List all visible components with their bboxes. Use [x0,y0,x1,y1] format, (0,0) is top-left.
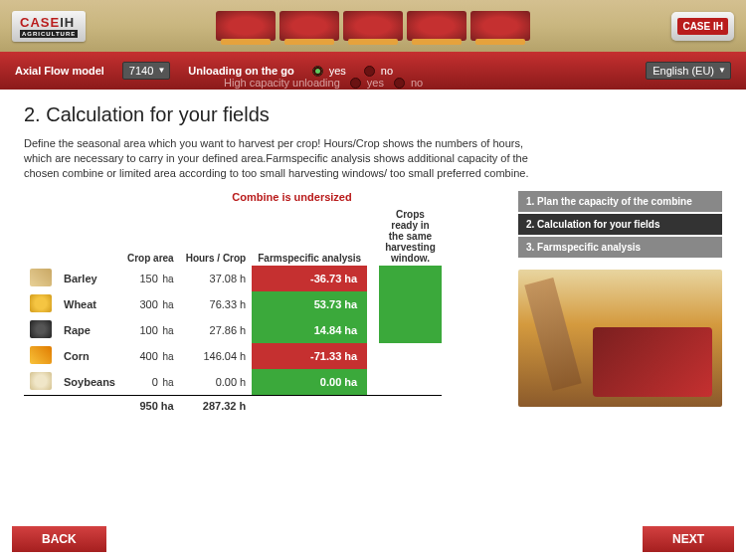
combine-photo [518,270,722,407]
crop-analysis: 0.00 ha [252,369,367,396]
radio-no-label: no [411,77,423,89]
harvest-window-cell [379,369,442,396]
nav-step[interactable]: 2. Calculation for your fields [518,214,722,235]
crop-icon [30,320,52,338]
crop-name: Corn [58,343,121,369]
crop-hours: 27.86 h [180,317,253,343]
table-row: Soybeans0 ha0.00 h0.00 ha [24,369,442,396]
crop-icon [30,294,52,312]
total-hours: 287.32 h [180,395,253,415]
crop-table: Crop area Hours / Crop Farmspecific anal… [24,207,442,415]
content-area: 2. Calculation for your fields Define th… [0,90,746,415]
table-row: Rape100 ha27.86 h14.84 ha [24,317,442,343]
brand-suffix: IH [60,15,75,30]
combine-icon [216,11,276,41]
harvest-window-cell [379,291,442,317]
harvest-window-cell [379,343,442,369]
crop-area[interactable]: 150 ha [121,266,180,291]
radio-dot-icon [394,78,405,89]
crop-icon [30,269,52,286]
high-cap-no-radio[interactable]: no [394,77,423,89]
crop-hours: 37.08 h [180,266,253,291]
crop-area[interactable]: 400 ha [121,343,180,369]
total-area: 950 ha [121,395,180,415]
col-analysis: Farmspecific analysis [252,207,367,266]
brand-badge-right: CASE IH [671,12,734,41]
harvest-window-cell [379,266,442,291]
col-harvest-window: Crops ready in the same harvesting windo… [379,207,442,266]
header-banner: CASEIH AGRICULTURE CASE IH [0,0,746,52]
crop-name: Soybeans [58,369,121,396]
calculation-table-area: Combine is undersized Crop area Hours / … [24,191,500,415]
crop-hours: 0.00 h [180,369,253,396]
page-intro: Define the seasonal area which you want … [24,136,531,181]
nav-step[interactable]: 3. Farmspecific analysis [518,237,722,258]
combine-icon [343,11,403,41]
combine-icon [280,11,339,41]
crop-icon [30,372,52,390]
col-crop-area: Crop area [121,207,180,266]
crop-icon [30,346,52,364]
table-row: Wheat300 ha76.33 h53.73 ha [24,291,442,317]
back-button[interactable]: BACK [12,526,106,552]
brand-logo: CASEIH AGRICULTURE [20,15,78,38]
harvest-window-cell [379,317,442,343]
crop-area[interactable]: 0 ha [121,369,180,396]
radio-yes-label: yes [367,77,384,89]
brand-subline: AGRICULTURE [20,30,78,38]
nav-step[interactable]: 1. Plan the capacity of the combine [518,191,722,212]
page-title: 2. Calculation for your fields [24,103,722,126]
combine-icon [470,11,530,41]
next-button[interactable]: NEXT [643,526,734,552]
crop-area[interactable]: 300 ha [121,291,180,317]
crop-hours: 76.33 h [180,291,253,317]
crop-analysis: 14.84 ha [252,317,367,343]
brand-badge-label: CASE IH [677,18,728,35]
step-nav: 1. Plan the capacity of the combine2. Ca… [518,191,722,258]
combine-icon [407,11,466,41]
high-cap-label: High capacity unloading [224,77,340,89]
high-cap-yes-radio[interactable]: yes [350,77,384,89]
radio-dot-icon [312,66,323,77]
crop-name: Wheat [58,291,121,317]
undersized-warning: Combine is undersized [84,191,500,203]
crop-name: Barley [58,266,121,291]
crop-name: Rape [58,317,121,343]
table-row: Corn400 ha146.04 h-71.33 ha [24,343,442,369]
crop-hours: 146.04 h [180,343,253,369]
radio-dot-icon [350,78,361,89]
footer-bar: BACK NEXT [0,526,746,560]
crop-analysis: -71.33 ha [252,343,367,369]
col-hours-crop: Hours / Crop [180,207,253,266]
crop-area[interactable]: 100 ha [121,317,180,343]
brand-name: CASE [20,15,60,30]
brand-logo-plate: CASEIH AGRICULTURE [12,11,86,42]
settings-subrow: High capacity unloading yes no [0,76,746,90]
radio-dot-icon [364,66,375,77]
table-row: Barley150 ha37.08 h-36.73 ha [24,266,442,291]
banner-combine-art [216,11,530,41]
crop-analysis: -36.73 ha [252,266,367,291]
crop-analysis: 53.73 ha [252,291,367,317]
